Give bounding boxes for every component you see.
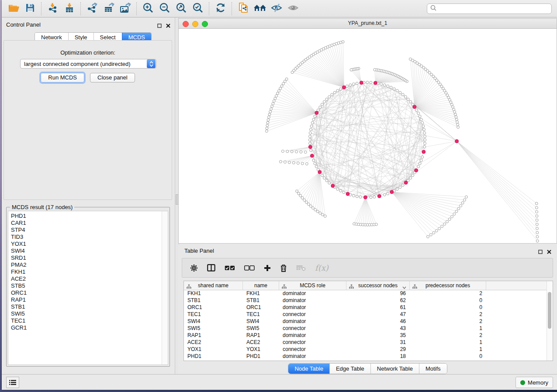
network-node[interactable]: [536, 235, 539, 238]
mcds-result-node[interactable]: GCR1: [11, 324, 27, 331]
network-node[interactable]: [432, 231, 435, 234]
network-graph[interactable]: [179, 28, 557, 243]
network-node[interactable]: [308, 142, 311, 144]
network-node[interactable]: [456, 120, 458, 123]
network-node[interactable]: [535, 202, 538, 205]
mcds-result-node[interactable]: SWI4: [11, 248, 27, 254]
network-node[interactable]: [461, 202, 464, 204]
network-node[interactable]: [421, 121, 424, 124]
network-node[interactable]: [536, 227, 539, 230]
network-node[interactable]: [301, 162, 304, 165]
network-node[interactable]: [455, 210, 458, 213]
network-node[interactable]: [399, 91, 401, 94]
network-node[interactable]: [536, 223, 538, 226]
new-network-from-selection-button[interactable]: [235, 1, 252, 16]
delete-column-button[interactable]: [280, 264, 287, 272]
mcds-hub-node[interactable]: [331, 184, 335, 188]
delete-table-button[interactable]: [296, 265, 306, 271]
mcds-result-node[interactable]: ACE2: [11, 275, 27, 282]
mcds-result-node[interactable]: RAP1: [11, 296, 27, 303]
table-row-YOX1[interactable]: YOX1YOX1connector291: [184, 346, 547, 353]
network-node[interactable]: [356, 82, 358, 85]
table-row-STB1[interactable]: STB1STB1dominator620: [184, 297, 547, 304]
network-node[interactable]: [453, 108, 455, 111]
mcds-result-node[interactable]: TEC1: [11, 317, 27, 324]
network-node[interactable]: [273, 100, 275, 102]
network-node[interactable]: [412, 174, 414, 177]
network-node[interactable]: [309, 132, 311, 134]
mcds-result-node[interactable]: YOX1: [11, 241, 27, 248]
export-network-button[interactable]: [84, 1, 100, 16]
refresh-view-button[interactable]: [212, 1, 229, 16]
network-node[interactable]: [453, 213, 456, 215]
network-node[interactable]: [415, 109, 418, 111]
network-node[interactable]: [314, 162, 316, 165]
memory-button[interactable]: Memory: [515, 377, 553, 388]
mcds-result-node[interactable]: CAR1: [11, 220, 27, 227]
network-node[interactable]: [352, 83, 355, 86]
network-node[interactable]: [301, 196, 304, 199]
mcds-hub-node[interactable]: [390, 190, 394, 194]
table-row-RAP1[interactable]: RAP1RAP1dominator352: [184, 332, 547, 339]
mcds-hub-node[interactable]: [360, 81, 363, 84]
add-column-button[interactable]: [264, 265, 271, 272]
export-image-button[interactable]: [117, 1, 134, 16]
network-node[interactable]: [279, 87, 282, 90]
zoom-out-button[interactable]: [156, 1, 173, 16]
import-network-button[interactable]: [45, 1, 61, 16]
network-node[interactable]: [304, 151, 307, 153]
table-row-TEC1[interactable]: TEC1TEC1connector472: [184, 311, 547, 318]
network-node[interactable]: [266, 127, 268, 130]
network-node[interactable]: [370, 196, 372, 199]
table-row-FKH1[interactable]: FKH1FKH1dominator962: [184, 290, 547, 297]
mcds-hub-node[interactable]: [415, 168, 418, 172]
network-node[interactable]: [448, 218, 451, 220]
network-node[interactable]: [443, 223, 446, 225]
network-node[interactable]: [457, 123, 459, 126]
network-node[interactable]: [396, 89, 398, 92]
network-node[interactable]: [455, 118, 458, 121]
network-node[interactable]: [536, 231, 539, 234]
network-node[interactable]: [463, 199, 466, 201]
zoom-fit-button[interactable]: [173, 1, 190, 16]
column-header-successor-nodes[interactable]: successor nodes: [346, 281, 410, 290]
network-node[interactable]: [276, 92, 279, 95]
network-node[interactable]: [387, 85, 389, 87]
network-node[interactable]: [375, 223, 377, 226]
network-node[interactable]: [419, 115, 421, 117]
network-node[interactable]: [435, 230, 438, 232]
mcds-hub-node[interactable]: [413, 105, 416, 109]
table-settings-button[interactable]: [190, 264, 198, 272]
mcds-result-node[interactable]: FKH1: [11, 268, 27, 275]
column-visibility-button[interactable]: [207, 264, 215, 272]
network-node[interactable]: [298, 192, 300, 195]
mcds-hub-node[interactable]: [315, 111, 318, 115]
network-node[interactable]: [285, 78, 288, 80]
hide-selected-button[interactable]: [268, 1, 285, 16]
network-node[interactable]: [328, 96, 331, 98]
close-panel-icon[interactable]: [547, 248, 551, 256]
mcds-hub-node[interactable]: [318, 170, 322, 174]
network-node[interactable]: [390, 86, 392, 89]
mcds-hub-node[interactable]: [404, 181, 408, 184]
network-node[interactable]: [288, 161, 291, 164]
network-node[interactable]: [266, 121, 269, 124]
mcds-result-node[interactable]: STB1: [11, 303, 27, 310]
network-node[interactable]: [422, 125, 425, 127]
mcds-hub-node[interactable]: [455, 139, 459, 143]
network-node[interactable]: [269, 110, 272, 113]
column-header-shared-name[interactable]: shared name: [184, 281, 243, 290]
network-node[interactable]: [387, 193, 389, 195]
network-node[interactable]: [312, 118, 315, 121]
network-node[interactable]: [291, 71, 294, 74]
table-row-PHD1[interactable]: PHD1PHD1dominator180: [184, 353, 547, 360]
network-node[interactable]: [535, 206, 538, 209]
network-node[interactable]: [404, 96, 407, 98]
network-node[interactable]: [321, 174, 323, 177]
mcds-result-node[interactable]: STB5: [11, 282, 27, 289]
mcds-result-node[interactable]: SWI5: [11, 310, 27, 317]
mcds-result-list[interactable]: PHD1CAR1STP4TID3YOX1SWI4SRD1PMA2FKH1ACE2…: [8, 211, 168, 365]
mcds-hub-node[interactable]: [346, 192, 349, 196]
network-node[interactable]: [279, 160, 282, 163]
network-node[interactable]: [424, 142, 426, 144]
